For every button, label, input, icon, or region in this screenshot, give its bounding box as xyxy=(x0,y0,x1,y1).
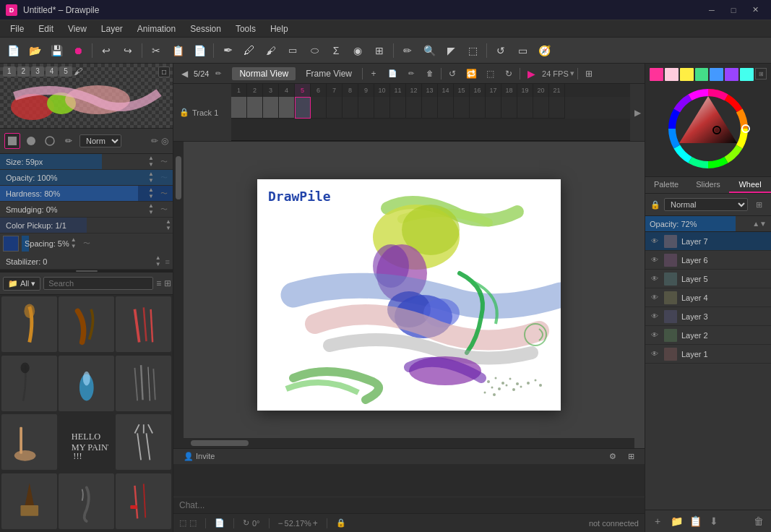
hardness-param[interactable]: Hardness: 80% ▲ ▼ 〜 xyxy=(0,186,173,202)
opacity-down[interactable]: ▼ xyxy=(147,178,155,184)
fill-tool[interactable]: Σ xyxy=(326,40,346,61)
hardness-wave[interactable]: 〜 xyxy=(155,186,173,202)
swatch-blue[interactable] xyxy=(710,68,723,81)
color-pickup-arrows[interactable]: ▲ ▼ xyxy=(164,219,173,232)
zoom-out-btn[interactable]: − xyxy=(278,518,283,528)
cell-3[interactable] xyxy=(263,97,279,119)
normal-view-tab[interactable]: Normal View xyxy=(232,67,296,80)
anim-btn3[interactable]: ⬚ xyxy=(482,66,498,82)
smudging-arrows[interactable]: ▲ ▼ xyxy=(147,203,155,216)
copy-button[interactable]: 📋 xyxy=(168,40,188,61)
new-button[interactable]: 📄 xyxy=(3,40,23,61)
fps-arrow[interactable]: ▾ xyxy=(570,69,574,78)
timeline-scroll-right[interactable]: ▶ xyxy=(630,84,645,141)
menu-tools[interactable]: Tools xyxy=(228,22,263,35)
smudging-param[interactable]: Smudging: 0% ▲ ▼ 〜 xyxy=(0,202,173,218)
brush-cell-5[interactable] xyxy=(59,356,114,411)
brush-tool[interactable]: 🖌 xyxy=(261,40,281,61)
flood-fill[interactable]: ◉ xyxy=(348,40,368,61)
layer-blend-select[interactable]: Normal Multiply Screen Overlay xyxy=(664,198,748,211)
bottom-scroll-thumb[interactable] xyxy=(191,440,249,446)
stabilizer-param[interactable]: Stabilizer: 0 ▲ ▼ ≡ xyxy=(0,254,173,270)
undo-button[interactable]: ↩ xyxy=(96,40,116,61)
size-param[interactable]: Size: 59px ▲ ▼ 〜 xyxy=(0,154,173,170)
color-wheel-container[interactable] xyxy=(650,85,767,172)
freehand-tool[interactable]: ✒ xyxy=(217,40,238,61)
anim-btn4[interactable]: ↻ xyxy=(501,66,517,82)
layer-tab-4[interactable]: 4 xyxy=(46,66,59,77)
swatch-pink[interactable] xyxy=(650,68,663,81)
brush-cell-10[interactable] xyxy=(1,473,57,529)
menu-file[interactable]: File xyxy=(3,22,31,35)
cell-18[interactable] xyxy=(501,97,517,119)
layer-tab-1[interactable]: 1 xyxy=(3,66,16,77)
spacing-arrows[interactable]: ▲ ▼ xyxy=(69,237,78,250)
cell-11[interactable] xyxy=(390,97,406,119)
paste-button[interactable]: 📄 xyxy=(189,40,210,61)
menu-session[interactable]: Session xyxy=(183,22,228,35)
brush-cell-12[interactable] xyxy=(116,473,171,529)
swatch-purple[interactable] xyxy=(725,68,738,81)
eyedropper[interactable]: ✏ xyxy=(397,40,418,61)
layer-2-vis[interactable]: 👁 xyxy=(650,330,660,340)
layer-tab-2[interactable]: 2 xyxy=(17,66,30,77)
loop-btn[interactable]: 🔁 xyxy=(463,66,479,82)
left-scrollbar[interactable] xyxy=(173,142,184,448)
swatch-light-pink[interactable] xyxy=(665,68,679,81)
palette-tab[interactable]: Palette xyxy=(645,177,687,193)
brush-cell-3[interactable] xyxy=(116,296,171,352)
delete-frame-btn[interactable]: 🗑 xyxy=(422,66,438,82)
cell-19[interactable] xyxy=(517,97,533,119)
layer-7-vis[interactable]: 👁 xyxy=(650,236,660,246)
smudging-down[interactable]: ▼ xyxy=(147,210,155,216)
menu-view[interactable]: View xyxy=(61,22,94,35)
cell-5[interactable] xyxy=(295,97,311,119)
layer-3-vis[interactable]: 👁 xyxy=(650,312,660,322)
layer-item-7[interactable]: 👁 Layer 7 xyxy=(645,232,771,251)
frame-btn2[interactable]: 📄 xyxy=(384,66,400,82)
window-controls[interactable]: ─ □ ✕ xyxy=(702,2,765,18)
size-arrows[interactable]: ▲ ▼ xyxy=(147,155,155,168)
add-frame-btn[interactable]: + xyxy=(366,66,382,82)
brush-cell-4[interactable] xyxy=(1,356,57,411)
foreground-color[interactable] xyxy=(3,236,19,252)
delete-layer-btn[interactable]: 🗑 xyxy=(751,513,767,529)
layer-opacity-row[interactable]: Opacity: 72% ▲▼ xyxy=(645,216,771,232)
cell-21[interactable] xyxy=(549,97,565,119)
layer-expand-btn[interactable]: ⊞ xyxy=(751,197,767,213)
opacity-arrows[interactable]: ▲ ▼ xyxy=(147,171,155,184)
square-shape[interactable] xyxy=(4,133,20,149)
layer-item-1[interactable]: 👁 Layer 1 xyxy=(645,345,771,364)
folder-layer-btn[interactable]: 📁 xyxy=(668,513,684,529)
folder-select[interactable]: 📁 All ▾ xyxy=(3,277,40,291)
color-wheel-svg[interactable] xyxy=(665,85,751,172)
minimize-button[interactable]: ─ xyxy=(702,2,722,18)
open-button[interactable]: 📂 xyxy=(25,40,45,61)
brush-cell-11[interactable] xyxy=(59,473,114,529)
stabilizer-menu[interactable]: ≡ xyxy=(163,257,173,266)
left-scroll-thumb[interactable] xyxy=(176,156,181,200)
cell-2[interactable] xyxy=(247,97,263,119)
blend-mode-select[interactable]: Norm Multiply Screen xyxy=(79,134,121,147)
layer-6-vis[interactable]: 👁 xyxy=(650,255,660,265)
menu-layer[interactable]: Layer xyxy=(94,22,130,35)
bottom-scrollbar[interactable] xyxy=(184,438,634,448)
merge-down-btn[interactable]: ⬇ xyxy=(706,513,722,529)
frame-view-tab[interactable]: Frame View xyxy=(298,67,359,80)
add-layer-btn[interactable]: + xyxy=(650,513,666,529)
hardness-down[interactable]: ▼ xyxy=(147,194,155,200)
layer-tab-5[interactable]: 5 xyxy=(59,66,72,77)
opacity-param[interactable]: Opacity: 100% ▲ ▼ 〜 xyxy=(0,170,173,186)
stabilizer-arrows[interactable]: ▲ ▼ xyxy=(154,255,163,268)
cell-20[interactable] xyxy=(533,97,549,119)
record-button[interactable]: ⏺ xyxy=(68,40,88,61)
cell-13[interactable] xyxy=(422,97,438,119)
cell-15[interactable] xyxy=(454,97,470,119)
pen-tool[interactable]: 🖊 xyxy=(239,40,259,61)
stabilizer-down[interactable]: ▼ xyxy=(154,262,163,268)
ellipse-tool[interactable]: ⬭ xyxy=(304,40,324,61)
invite-button[interactable]: 👤 Invite xyxy=(179,450,219,463)
canvas-size-btn[interactable]: □ xyxy=(158,66,170,77)
brush-cell-2[interactable] xyxy=(59,296,114,352)
cell-10[interactable] xyxy=(374,97,390,119)
